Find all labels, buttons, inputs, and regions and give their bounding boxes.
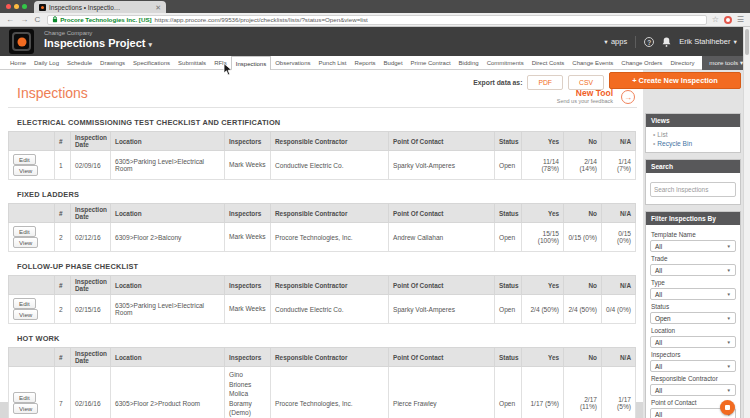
cell-date: 02/15/16 <box>71 295 111 324</box>
view-button[interactable]: View <box>13 309 38 320</box>
view-button[interactable]: View <box>13 237 38 248</box>
filter-status-select[interactable]: Open▼ <box>650 312 736 324</box>
tab-home[interactable]: Home <box>6 56 30 70</box>
search-input[interactable] <box>650 182 736 197</box>
tab-prime-contract[interactable]: Prime Contract <box>407 56 455 70</box>
edit-button[interactable]: Edit <box>13 154 36 165</box>
edit-button[interactable]: Edit <box>13 226 36 237</box>
filters-title: Filter Inspections By <box>646 212 740 225</box>
cell-num: 1 <box>55 151 71 180</box>
filter-inspectors-select[interactable]: All▼ <box>650 360 736 372</box>
bookmark-star-icon[interactable]: ☆ <box>712 15 719 24</box>
feedback-beacon-button[interactable] <box>720 400 735 415</box>
filter-value: All <box>655 363 662 370</box>
view-link-list[interactable]: •List <box>648 130 738 139</box>
tab-change-events[interactable]: Change Events <box>568 56 617 70</box>
cell-location: 6309>Floor 2>Balcony <box>111 223 225 252</box>
feedback-arrow-icon[interactable]: → <box>621 90 635 104</box>
back-forward-icons[interactable]: ← → C <box>6 15 42 24</box>
cell-status: Open <box>495 295 522 324</box>
tab-bidding[interactable]: Bidding <box>455 56 483 70</box>
apps-menu[interactable]: ▼ apps <box>603 37 627 46</box>
user-menu[interactable]: Erik Stahlheber ▼ <box>679 37 738 46</box>
close-tab-icon[interactable]: ✕ <box>155 4 161 11</box>
column-header: Inspection Date <box>71 132 111 151</box>
bell-icon[interactable] <box>662 37 671 47</box>
tab-budget[interactable]: Budget <box>380 56 407 70</box>
tab-directory[interactable]: Directory <box>666 56 696 70</box>
filter-value: All <box>655 243 662 250</box>
address-bar[interactable]: Procore Technologies Inc. [US] https://a… <box>47 15 706 25</box>
page-scrollbar[interactable] <box>743 27 750 418</box>
edit-button[interactable]: Edit <box>13 298 36 309</box>
view-button[interactable]: View <box>13 403 38 414</box>
zoom-window-icon[interactable] <box>22 4 27 9</box>
scrollbar-thumb[interactable] <box>745 29 749 55</box>
minimize-window-icon[interactable] <box>14 4 19 9</box>
tab-schedule[interactable]: Schedule <box>63 56 96 70</box>
create-new-inspection-button[interactable]: + Create New Inspection <box>609 72 741 89</box>
bullet-icon: • <box>653 140 655 147</box>
column-header: Responsible Contractor <box>271 348 389 367</box>
help-icon[interactable]: ? <box>644 37 654 47</box>
tab-inspections[interactable]: Inspections <box>231 56 271 70</box>
tab-submittals[interactable]: Submittals <box>174 56 210 70</box>
extension-icon[interactable] <box>724 16 732 24</box>
browser-menu-icon[interactable]: ☰ <box>737 15 744 24</box>
export-csv-button[interactable]: CSV <box>568 75 604 90</box>
sidebar-panel: Views •List•Recycle Bin Search Filter In… <box>643 70 750 418</box>
cell-yes: 15/15 (100%) <box>522 223 564 252</box>
inspection-section: FOLLOW-UP PHASE CHECKLIST#Inspection Dat… <box>8 262 635 324</box>
tab-change-orders[interactable]: Change Orders <box>617 56 666 70</box>
chevron-down-icon: ▼ <box>727 388 731 393</box>
filter-type-select[interactable]: All▼ <box>650 288 736 300</box>
procore-logo[interactable] <box>9 29 34 54</box>
column-header: Yes <box>522 276 564 295</box>
tab-direct-costs[interactable]: Direct Costs <box>528 56 569 70</box>
cell-no: 2/17 (11%) <box>564 367 602 418</box>
cell-inspectors: Mark Weeks <box>225 223 271 252</box>
tab-observations[interactable]: Observations <box>271 56 314 70</box>
browser-tab[interactable]: Inspections • Inspectio… ✕ <box>34 1 166 13</box>
filter-responsible-contractor-select[interactable]: All▼ <box>650 384 736 396</box>
tab-specifications[interactable]: Specifications <box>129 56 174 70</box>
view-link-recycle-bin[interactable]: •Recycle Bin <box>648 139 738 148</box>
project-title: Inspections Project <box>44 37 145 49</box>
browser-tab-strip: Inspections • Inspectio… ✕ <box>0 0 750 13</box>
filter-location-select[interactable]: All▼ <box>650 336 736 348</box>
close-window-icon[interactable] <box>6 4 11 9</box>
filter-trade-select[interactable]: All▼ <box>650 264 736 276</box>
column-header: Inspectors <box>225 204 271 223</box>
tab-punch-list[interactable]: Punch List <box>315 56 351 70</box>
inspections-table: #Inspection DateLocationInspectorsRespon… <box>8 275 636 324</box>
cell-yes: 2/4 (50%) <box>522 295 564 324</box>
column-header: No <box>564 204 602 223</box>
inspector-name: Molica Boramy (Demo) <box>229 389 266 418</box>
column-header: Responsible Contractor <box>271 276 389 295</box>
ev-certificate-badge[interactable]: Procore Technologies Inc. [US] <box>52 16 151 23</box>
section-heading: FIXED LADDERS <box>17 190 635 199</box>
change-company-link[interactable]: Change Company <box>44 30 152 36</box>
view-button[interactable]: View <box>13 165 38 176</box>
tab-drawings[interactable]: Drawings <box>96 56 129 70</box>
cell-no: 2/14 (14%) <box>564 151 602 180</box>
column-header: Yes <box>522 348 564 367</box>
column-header: Location <box>111 204 225 223</box>
tab-reports[interactable]: Reports <box>351 56 380 70</box>
search-title: Search <box>646 160 740 173</box>
bullet-icon: • <box>653 131 655 138</box>
column-header <box>9 132 55 151</box>
filter-template-name-select[interactable]: All▼ <box>650 240 736 252</box>
cell-na: 0/4 (0%) <box>602 295 636 324</box>
tab-daily-log[interactable]: Daily Log <box>30 56 63 70</box>
export-pdf-button[interactable]: PDF <box>527 75 563 90</box>
cell-contact: Andrew Callahan <box>389 223 495 252</box>
column-header: N/A <box>602 276 636 295</box>
edit-button[interactable]: Edit <box>13 392 36 403</box>
tab-commitments[interactable]: Commitments <box>483 56 528 70</box>
table-row: EditView102/09/166305>Parking Level>Elec… <box>9 151 636 180</box>
cell-date: 02/16/16 <box>71 367 111 418</box>
screen: Inspections • Inspectio… ✕ ← → C Procore… <box>0 0 750 418</box>
window-controls[interactable] <box>0 0 34 13</box>
project-picker[interactable]: Inspections Project ▾ <box>44 37 152 49</box>
